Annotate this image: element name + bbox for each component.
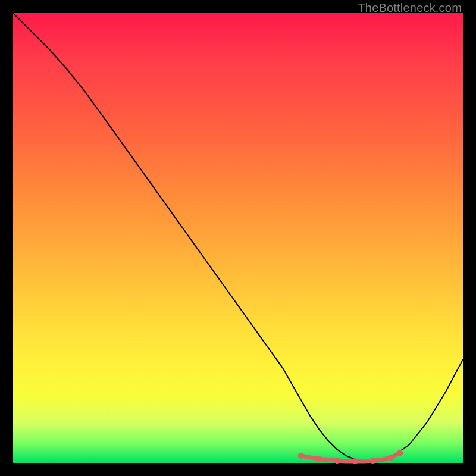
- bottleneck-curve: [13, 13, 463, 462]
- svg-point-0: [298, 453, 304, 459]
- svg-point-3: [352, 458, 358, 464]
- svg-point-2: [334, 458, 340, 464]
- svg-point-4: [370, 458, 376, 464]
- svg-point-1: [316, 456, 322, 462]
- svg-point-5: [388, 455, 394, 461]
- svg-point-6: [397, 450, 403, 456]
- chart-overlay: [13, 13, 463, 463]
- chart-frame: TheBottleneck.com: [13, 13, 463, 463]
